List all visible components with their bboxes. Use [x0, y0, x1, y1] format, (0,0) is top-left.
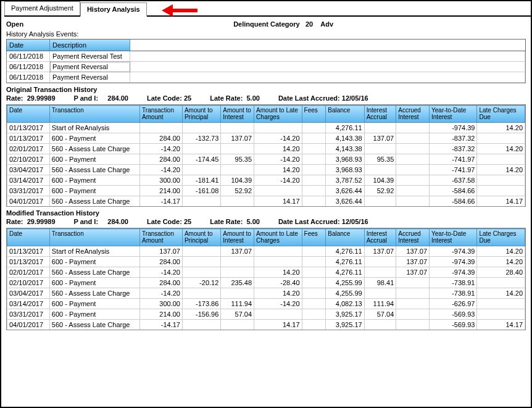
- original-table-scroll[interactable]: Date Transaction Transaction Amount Amou…: [7, 105, 525, 206]
- table-row[interactable]: 03/14/2017 600 - Payment 300.00 -181.41 …: [7, 175, 525, 186]
- table-row[interactable]: 03/31/2017 600 - Payment 214.00 -156.96 …: [7, 309, 525, 320]
- events-row[interactable]: 06/11/2018Payment Reversal: [7, 72, 525, 83]
- col-late-charges[interactable]: Amount to Late Charges: [254, 229, 302, 246]
- col-transaction[interactable]: Transaction: [49, 229, 139, 246]
- table-row[interactable]: 01/13/2017 600 - Payment 284.00 -132.73 …: [7, 133, 525, 144]
- events-cell-date: 06/11/2018: [7, 51, 50, 62]
- col-date[interactable]: Date: [7, 106, 50, 123]
- status-open: Open: [6, 20, 23, 28]
- col-amount[interactable]: Transaction Amount: [140, 106, 183, 123]
- col-late-charges-due[interactable]: Late Charges Due: [477, 229, 525, 246]
- events-grid[interactable]: 06/11/2018Payment Reversal Test06/11/201…: [6, 51, 526, 83]
- col-accrued-interest[interactable]: Accrued Interest: [396, 106, 430, 123]
- col-late-charges[interactable]: Amount to Late Charges: [254, 106, 302, 123]
- modified-table: Date Transaction Transaction Amount Amou…: [6, 228, 526, 330]
- col-late-charges-due[interactable]: Late Charges Due: [477, 106, 525, 123]
- col-interest[interactable]: Amount to Interest: [221, 106, 254, 123]
- col-principal[interactable]: Amount to Principal: [182, 106, 220, 123]
- events-row[interactable]: 06/11/2018Payment Reversal: [7, 62, 525, 72]
- table-row[interactable]: 03/04/2017 560 - Assess Late Charge -14.…: [7, 288, 525, 299]
- events-cell-extra: [130, 51, 525, 62]
- table-row[interactable]: 02/01/2017 560 - Assess Late Charge -14.…: [7, 267, 525, 278]
- col-transaction[interactable]: Transaction: [49, 106, 139, 123]
- col-interest[interactable]: Amount to Interest: [221, 229, 254, 246]
- tab-payment-adjustment[interactable]: Payment Adjustment: [4, 1, 80, 15]
- table-row[interactable]: 03/31/2017 600 - Payment 214.00 -161.08 …: [7, 186, 525, 196]
- tab-bar: Payment Adjustment History Analysis: [4, 1, 531, 17]
- table-row[interactable]: 01/13/2017 Start of ReAnalysis 137.07 13…: [7, 246, 525, 257]
- original-table: Date Transaction Transaction Amount Amou…: [6, 104, 526, 207]
- col-interest-accrual[interactable]: Interest Accrual: [364, 106, 396, 123]
- table-row[interactable]: 03/14/2017 600 - Payment 300.00 -173.86 …: [7, 299, 525, 309]
- col-balance[interactable]: Balance: [326, 229, 364, 246]
- original-meta: Rate: 29.99989 P and I: 284.00 Late Code…: [1, 93, 531, 104]
- col-balance[interactable]: Balance: [326, 106, 364, 123]
- table-row[interactable]: 01/13/2017 Start of ReAnalysis 4,276.11 …: [7, 123, 525, 133]
- col-ytd-interest[interactable]: Year-to-Date Interest: [430, 229, 477, 246]
- events-col-description[interactable]: Description: [50, 40, 130, 51]
- col-date[interactable]: Date: [7, 229, 50, 246]
- modified-table-scroll[interactable]: Date Transaction Transaction Amount Amou…: [7, 228, 525, 330]
- modified-title: Modified Transaction History: [1, 207, 531, 217]
- table-row[interactable]: 02/10/2017 600 - Payment 284.00 -20.12 2…: [7, 278, 525, 288]
- events-cell-extra: [130, 62, 525, 72]
- delinquent-label: Delinquent Category: [233, 20, 300, 28]
- delinquent-value: 20: [305, 20, 313, 28]
- adv-label: Adv: [320, 20, 333, 28]
- modified-meta: Rate: 29.99989 P and I: 284.00 Late Code…: [1, 217, 531, 228]
- col-fees[interactable]: Fees: [302, 229, 326, 246]
- col-principal[interactable]: Amount to Principal: [182, 229, 220, 246]
- table-row[interactable]: 01/13/2017 600 - Payment 284.00 4,276.11…: [7, 257, 525, 267]
- table-row[interactable]: 03/04/2017 560 - Assess Late Charge -14.…: [7, 165, 525, 175]
- status-row: Open Delinquent Category 20 Adv: [1, 17, 531, 29]
- col-interest-accrual[interactable]: Interest Accrual: [364, 229, 396, 246]
- col-ytd-interest[interactable]: Year-to-Date Interest: [430, 106, 477, 123]
- table-row[interactable]: 04/01/2017 560 - Assess Late Charge -14.…: [7, 196, 525, 207]
- events-cell-date: 06/11/2018: [7, 62, 50, 72]
- events-filter-input[interactable]: [130, 40, 525, 51]
- events-cell-date: 06/11/2018: [7, 72, 50, 83]
- events-row[interactable]: 06/11/2018Payment Reversal Test: [7, 51, 525, 62]
- events-cell-extra: [130, 72, 525, 83]
- table-row[interactable]: 02/10/2017 600 - Payment 284.00 -174.45 …: [7, 154, 525, 165]
- col-amount[interactable]: Transaction Amount: [140, 229, 183, 246]
- events-cell-desc: Payment Reversal Test: [50, 51, 130, 62]
- original-title: Original Transaction History: [1, 83, 531, 93]
- col-fees[interactable]: Fees: [302, 106, 326, 123]
- events-header: Date Description: [6, 39, 526, 51]
- events-cell-desc: Payment Reversal: [50, 72, 130, 83]
- events-cell-desc: Payment Reversal: [50, 62, 130, 72]
- tab-history-analysis[interactable]: History Analysis: [80, 2, 147, 17]
- events-label: History Analysis Events:: [1, 29, 531, 39]
- table-row[interactable]: 04/01/2017 560 - Assess Late Charge -14.…: [7, 320, 525, 330]
- col-accrued-interest[interactable]: Accrued Interest: [396, 229, 430, 246]
- table-row[interactable]: 02/01/2017 560 - Assess Late Charge -14.…: [7, 144, 525, 154]
- arrow-annotation: [162, 4, 197, 17]
- events-col-date[interactable]: Date: [7, 40, 50, 51]
